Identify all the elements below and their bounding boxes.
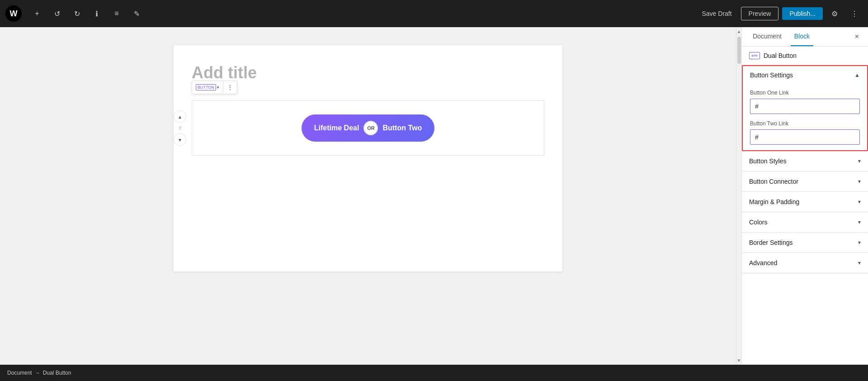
button-styles-section: Button Styles ▾ <box>742 151 868 171</box>
block-navigation: ▲ ⠿ ▼ <box>174 110 186 146</box>
editor-canvas: Add title BUTTON ▾ ⋮ ▲ ⠿ ▼ <box>174 45 562 271</box>
advanced-header[interactable]: Advanced ▾ <box>742 253 868 273</box>
right-panel: Document Block × BTN Dual Button Button … <box>741 27 868 365</box>
button-one-link-group: Button One Link <box>750 90 860 114</box>
dual-button-block[interactable]: Lifetime Deal OR Button Two <box>192 100 544 156</box>
move-down-button[interactable]: ▼ <box>174 133 186 146</box>
button-one-label: Lifetime Deal <box>314 124 359 132</box>
preview-button[interactable]: Preview <box>741 7 779 20</box>
advanced-title: Advanced <box>749 259 777 267</box>
editor-area: Add title BUTTON ▾ ⋮ ▲ ⠿ ▼ <box>0 27 736 365</box>
block-options-button[interactable]: ⋮ <box>223 81 237 94</box>
move-up-button[interactable]: ▲ <box>174 110 186 123</box>
button-connector-chevron: ▾ <box>858 178 861 185</box>
panel-tabs: Document Block × <box>742 27 868 47</box>
close-panel-button[interactable]: × <box>853 31 861 43</box>
border-settings-header[interactable]: Border Settings ▾ <box>742 233 868 252</box>
or-badge: OR <box>363 121 378 135</box>
button-one-link-input[interactable] <box>750 99 860 114</box>
redo-button[interactable]: ↻ <box>69 5 85 22</box>
block-wrapper: BUTTON ▾ ⋮ ▲ ⠿ ▼ Lifetime Deal <box>192 100 544 156</box>
button-connector-section: Button Connector ▾ <box>742 171 868 192</box>
button-two-link-group: Button Two Link <box>750 120 860 145</box>
button-connector-header[interactable]: Button Connector ▾ <box>742 171 868 191</box>
undo-button[interactable]: ↺ <box>49 5 65 22</box>
colors-section: Colors ▾ <box>742 212 868 233</box>
button-two-label: Button Two <box>382 124 422 132</box>
block-name-label: Dual Button <box>764 52 797 59</box>
main-toolbar: W + ↺ ↻ ℹ ≡ ✎ Save Draft Preview Publish… <box>0 0 868 27</box>
margin-padding-chevron: ▾ <box>858 199 861 205</box>
margin-padding-title: Margin & Padding <box>749 198 799 205</box>
dual-button-container: Lifetime Deal OR Button Two <box>192 101 544 155</box>
button-connector-title: Button Connector <box>749 178 798 185</box>
advanced-section: Advanced ▾ <box>742 253 868 273</box>
save-draft-button[interactable]: Save Draft <box>696 7 737 20</box>
add-block-button[interactable]: + <box>29 5 45 22</box>
button-one[interactable]: Lifetime Deal OR Button Two <box>302 114 434 142</box>
breadcrumb-current: Dual Button <box>43 370 71 376</box>
button-styles-chevron: ▾ <box>858 158 861 164</box>
add-title-placeholder[interactable]: Add title <box>192 63 544 82</box>
button-styles-header[interactable]: Button Styles ▾ <box>742 151 868 171</box>
scroll-thumb[interactable] <box>737 37 741 64</box>
border-settings-section: Border Settings ▾ <box>742 233 868 253</box>
block-identity-row: BTN Dual Button <box>742 47 868 65</box>
breadcrumb-bar: Document → Dual Button <box>0 365 868 381</box>
settings-button[interactable]: ⚙ <box>826 5 843 22</box>
more-options-button[interactable]: ⋮ <box>846 5 863 22</box>
colors-title: Colors <box>749 219 767 226</box>
main-layout: Add title BUTTON ▾ ⋮ ▲ ⠿ ▼ <box>0 27 868 365</box>
toolbar-right: Save Draft Preview Publish... ⚙ ⋮ <box>696 5 863 22</box>
list-view-button[interactable]: ≡ <box>108 5 125 22</box>
margin-padding-section: Margin & Padding ▾ <box>742 192 868 212</box>
button-styles-title: Button Styles <box>749 157 787 165</box>
button-two-link-label: Button Two Link <box>750 120 860 127</box>
margin-padding-header[interactable]: Margin & Padding ▾ <box>742 192 868 212</box>
button-settings-title: Button Settings <box>750 71 793 79</box>
edit-button[interactable]: ✎ <box>128 5 145 22</box>
panel-content: Button Settings ▲ Button One Link Button… <box>742 65 868 365</box>
breadcrumb-document[interactable]: Document <box>7 370 32 376</box>
tab-block[interactable]: Block <box>791 27 813 46</box>
panel-scrollbar[interactable]: ▲ ▼ <box>736 27 741 365</box>
block-toolbar: BUTTON ▾ ⋮ <box>192 81 237 94</box>
button-one-link-label: Button One Link <box>750 90 860 96</box>
advanced-chevron: ▾ <box>858 260 861 266</box>
button-settings-chevron: ▲ <box>854 72 860 78</box>
button-settings-section: Button Settings ▲ Button One Link Button… <box>742 65 868 151</box>
border-settings-title: Border Settings <box>749 239 793 246</box>
button-settings-header[interactable]: Button Settings ▲ <box>743 66 867 84</box>
block-type-selector[interactable]: BUTTON ▾ <box>192 81 223 93</box>
block-icon: BTN <box>749 52 760 59</box>
wordpress-logo: W <box>5 5 22 22</box>
publish-button[interactable]: Publish... <box>782 7 823 20</box>
breadcrumb-separator: → <box>35 370 40 376</box>
button-two-link-input[interactable] <box>750 129 860 145</box>
border-settings-chevron: ▾ <box>858 239 861 246</box>
info-button[interactable]: ℹ <box>89 5 105 22</box>
button-settings-body: Button One Link Button Two Link <box>743 84 867 150</box>
tab-document[interactable]: Document <box>749 27 785 46</box>
colors-chevron: ▾ <box>858 219 861 225</box>
colors-header[interactable]: Colors ▾ <box>742 212 868 232</box>
drag-handle[interactable]: ⠿ <box>174 126 186 131</box>
